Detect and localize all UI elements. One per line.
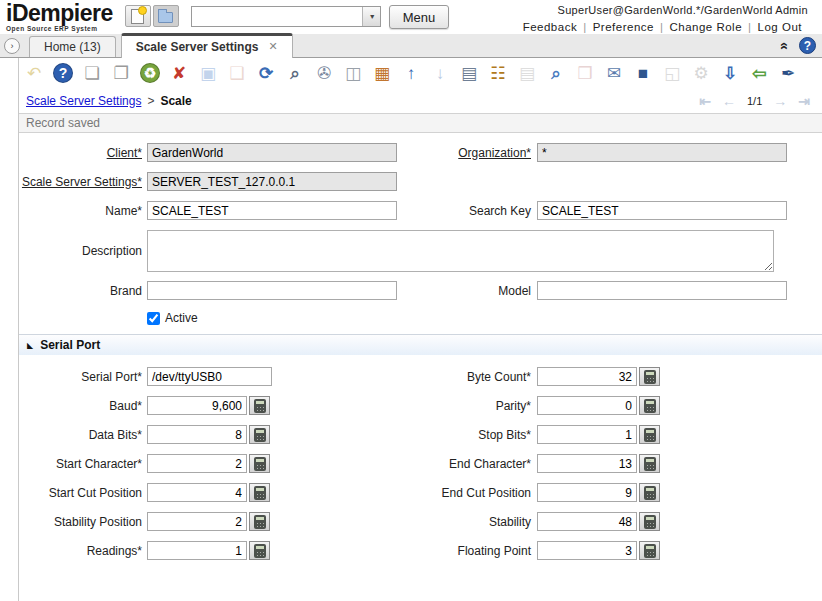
calculator-icon xyxy=(644,457,656,471)
combo-dropdown-button[interactable]: ▼ xyxy=(362,7,380,26)
data-bits-calculator-button[interactable] xyxy=(249,425,270,444)
find-icon[interactable]: ⌕ xyxy=(283,61,307,85)
last-record-icon: ⇥ xyxy=(798,93,810,109)
stability-field[interactable] xyxy=(537,512,637,531)
byte-count-calculator-button[interactable] xyxy=(639,367,660,386)
grid-toggle-icon[interactable]: ▦ xyxy=(370,61,394,85)
active-checkbox[interactable] xyxy=(147,312,160,325)
request-email-icon[interactable]: ✉ xyxy=(602,61,626,85)
logo-title: iDempiere xyxy=(6,2,113,25)
start-cut-position-calculator-button[interactable] xyxy=(249,483,270,502)
menu-button[interactable]: Menu xyxy=(389,5,450,29)
window-content: ↶?❏❐♻✘▣❑⟳⌕✇◫▦↑↓▤☷▤⌕❒✉■◱⚙⇩⇦✒ Scale Server… xyxy=(19,58,822,601)
copy-record-icon[interactable]: ❐ xyxy=(109,61,133,85)
readings-calculator-button[interactable] xyxy=(249,541,270,560)
print-icon: ▤ xyxy=(515,61,539,85)
breadcrumb: Scale Server Settings > Scale ⇤ ← 1/1 → … xyxy=(19,88,822,113)
scale-server-settings-label[interactable]: Scale Server Settings* xyxy=(19,175,142,189)
logo-subtitle: Open Source ERP System xyxy=(6,26,113,33)
attachment-icon[interactable]: ✇ xyxy=(312,61,336,85)
new-record-icon[interactable]: ❏ xyxy=(80,61,104,85)
report-icon[interactable]: ▤ xyxy=(457,61,481,85)
floating-point-calculator-button[interactable] xyxy=(639,541,660,560)
top-header: iDempiere Open Source ERP System ▼ Menu … xyxy=(0,0,822,34)
parity-field[interactable] xyxy=(537,396,637,415)
tab-scale-server-settings[interactable]: Scale Server Settings ✕ xyxy=(121,33,293,58)
brand-label: Brand xyxy=(19,284,142,298)
calculator-icon xyxy=(644,428,656,442)
scanner-icon[interactable]: ✒ xyxy=(776,61,800,85)
search-key-field[interactable] xyxy=(537,201,787,220)
start-character-field[interactable] xyxy=(147,454,247,473)
stability-position-field[interactable] xyxy=(147,512,247,531)
tab-home[interactable]: Home (13) xyxy=(29,36,116,57)
client-field xyxy=(147,143,397,162)
archive-icon[interactable]: ☷ xyxy=(486,61,510,85)
parity-calculator-button[interactable] xyxy=(639,396,660,415)
chat-icon[interactable]: ◫ xyxy=(341,61,365,85)
calculator-icon xyxy=(644,544,656,558)
file-import-icon[interactable]: ⇦ xyxy=(747,61,771,85)
floating-point-field[interactable] xyxy=(537,541,637,560)
collapse-all-icon[interactable]: « xyxy=(778,42,792,50)
export-data-icon[interactable]: ⇩ xyxy=(718,61,742,85)
change-role-link[interactable]: Change Role xyxy=(669,21,742,33)
model-field[interactable] xyxy=(537,281,787,300)
baud-calculator-button[interactable] xyxy=(249,396,270,415)
lock-record-icon[interactable]: ■ xyxy=(631,61,655,85)
stability-position-calculator-button[interactable] xyxy=(249,512,270,531)
name-label: Name* xyxy=(19,204,142,218)
delete-record-icon[interactable]: ♻ xyxy=(140,63,160,83)
start-character-label: Start Character* xyxy=(19,457,142,471)
start-cut-position-field[interactable] xyxy=(147,483,247,502)
open-folder-button[interactable] xyxy=(153,5,179,27)
window-help-icon[interactable]: ? xyxy=(799,37,816,54)
serial-port-section-header[interactable]: ◣ Serial Port xyxy=(19,334,822,355)
tab-close-icon[interactable]: ✕ xyxy=(268,40,277,53)
stability-calculator-button[interactable] xyxy=(639,512,660,531)
description-label: Description xyxy=(19,244,142,258)
left-gutter xyxy=(0,58,19,601)
expand-sidebar-button[interactable]: › xyxy=(4,38,20,54)
new-window-button[interactable] xyxy=(125,5,151,27)
end-cut-position-calculator-button[interactable] xyxy=(639,483,660,502)
client-label[interactable]: Client* xyxy=(19,146,142,160)
readings-field[interactable] xyxy=(147,541,247,560)
first-record-icon: ⇤ xyxy=(699,93,711,109)
byte-count-field[interactable] xyxy=(537,367,637,386)
help-icon[interactable]: ? xyxy=(53,63,73,83)
end-character-field[interactable] xyxy=(537,454,637,473)
window-icon: ◱ xyxy=(660,61,684,85)
quick-search-input[interactable] xyxy=(192,7,362,26)
record-position: 1/1 xyxy=(747,95,762,107)
stop-bits-calculator-button[interactable] xyxy=(639,425,660,444)
calculator-icon xyxy=(254,457,266,471)
brand-field[interactable] xyxy=(147,281,397,300)
model-label: Model xyxy=(402,284,531,298)
description-field[interactable] xyxy=(147,230,774,272)
end-cut-position-field[interactable] xyxy=(537,483,637,502)
section-title: Serial Port xyxy=(40,338,100,352)
parent-record-icon[interactable]: ↑ xyxy=(399,61,423,85)
breadcrumb-link[interactable]: Scale Server Settings xyxy=(26,94,141,108)
stability-position-label: Stability Position xyxy=(19,515,142,529)
preference-link[interactable]: Preference xyxy=(593,21,654,33)
start-character-calculator-button[interactable] xyxy=(249,454,270,473)
organization-label[interactable]: Organization* xyxy=(402,146,531,160)
serial-port-field[interactable] xyxy=(147,367,272,386)
stop-bits-label: Stop Bits* xyxy=(402,428,531,442)
end-character-calculator-button[interactable] xyxy=(639,454,660,473)
delete-selection-icon[interactable]: ✘ xyxy=(167,61,191,85)
gear-icon: ⚙ xyxy=(689,61,713,85)
refresh-icon[interactable]: ⟳ xyxy=(254,61,278,85)
detail-record-icon: ↓ xyxy=(428,61,452,85)
feedback-link[interactable]: Feedback xyxy=(523,21,578,33)
data-bits-field[interactable] xyxy=(147,425,247,444)
baud-field[interactable] xyxy=(147,396,247,415)
folder-icon xyxy=(158,12,173,23)
save-create-icon: ❑ xyxy=(225,61,249,85)
stop-bits-field[interactable] xyxy=(537,425,637,444)
log-out-link[interactable]: Log Out xyxy=(758,21,802,33)
zoom-across-icon[interactable]: ⌕ xyxy=(544,61,568,85)
name-field[interactable] xyxy=(147,201,397,220)
